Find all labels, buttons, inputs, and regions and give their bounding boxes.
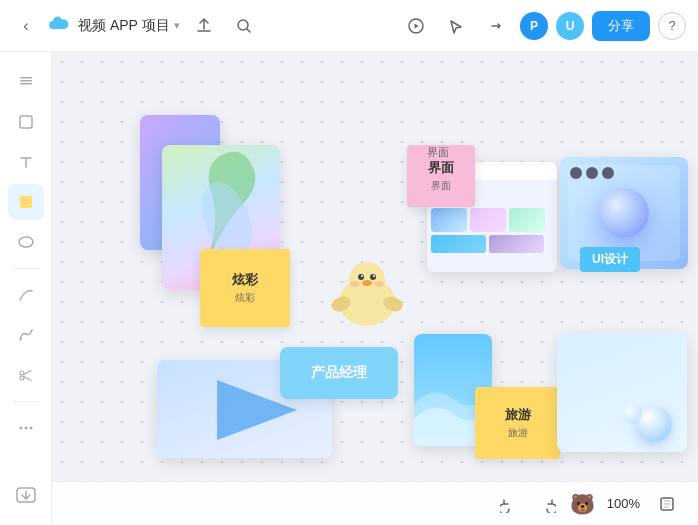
brand-logo: 🐻 (570, 494, 595, 514)
svg-point-20 (361, 275, 363, 277)
svg-rect-2 (20, 80, 32, 82)
sidebar-divider-1 (12, 268, 40, 269)
export-button[interactable] (188, 10, 220, 42)
cursor-button[interactable] (440, 10, 472, 42)
svg-point-10 (20, 376, 24, 380)
sticky-tool-button[interactable] (8, 184, 44, 220)
frame-label-jiemian: 界面 (427, 145, 449, 160)
sticky-note-travel[interactable]: 旅游 旅游 (475, 387, 560, 459)
text-tool-button[interactable] (8, 144, 44, 180)
sidebar-divider-2 (12, 401, 40, 402)
svg-point-11 (19, 427, 22, 430)
cloud-icon (48, 15, 70, 37)
svg-point-21 (373, 275, 375, 277)
sidebar-bottom (8, 477, 44, 513)
sticky-note-jiemian-sublabel: 界面 (431, 179, 451, 193)
svg-rect-3 (20, 83, 32, 85)
ui-design-badge[interactable]: UI设计 (580, 247, 640, 272)
avatar-p[interactable]: P (520, 12, 548, 40)
svg-point-19 (370, 274, 376, 280)
shape-tool-button[interactable] (8, 224, 44, 260)
svg-rect-4 (20, 77, 32, 79)
help-button[interactable]: ? (658, 12, 686, 40)
project-title[interactable]: 视频 APP 项目 ▾ (78, 17, 180, 35)
undo-button[interactable] (494, 489, 524, 519)
import-button[interactable] (8, 477, 44, 513)
svg-point-13 (29, 427, 32, 430)
fit-view-button[interactable] (652, 489, 682, 519)
zoom-level[interactable]: 100% (603, 496, 644, 511)
project-title-text: 视频 APP 项目 (78, 17, 170, 35)
back-button[interactable]: ‹ (12, 12, 40, 40)
svg-point-18 (358, 274, 364, 280)
svg-point-12 (24, 427, 27, 430)
sticky-note-travel-label: 旅游 (505, 406, 531, 424)
svg-rect-6 (20, 196, 32, 208)
draw-tool-button[interactable] (8, 317, 44, 353)
play-button[interactable] (400, 10, 432, 42)
svg-point-23 (350, 281, 360, 287)
sticky-note-pm-label: 产品经理 (311, 364, 367, 382)
avatar-u[interactable]: U (556, 12, 584, 40)
svg-rect-5 (20, 116, 32, 128)
sticky-note-product-manager[interactable]: 产品经理 (280, 347, 398, 399)
mascot-character (327, 252, 407, 332)
top-toolbar: ‹ 视频 APP 项目 ▾ (0, 0, 698, 52)
toolbar-left: ‹ 视频 APP 项目 ▾ (12, 10, 400, 42)
svg-point-22 (362, 280, 372, 286)
sticky-note-jiemian-label: 界面 (428, 159, 454, 177)
more-button[interactable] (480, 10, 512, 42)
back-icon: ‹ (23, 17, 28, 35)
frame-tool-button[interactable] (8, 104, 44, 140)
scissors-tool-button[interactable] (8, 357, 44, 393)
frame-card-bottom-right[interactable] (557, 334, 687, 452)
chevron-down-icon: ▾ (174, 19, 180, 32)
redo-button[interactable] (532, 489, 562, 519)
svg-point-7 (19, 237, 33, 247)
select-tool-button[interactable] (8, 64, 44, 100)
bottom-toolbar: 🐻 100% (52, 481, 698, 525)
share-button[interactable]: 分享 (592, 11, 650, 41)
sticky-note-label: 炫彩 (232, 271, 258, 289)
svg-point-8 (20, 338, 22, 340)
svg-point-24 (374, 281, 384, 287)
svg-point-9 (20, 371, 24, 375)
sticky-note-xuancai[interactable]: 炫彩 炫彩 (200, 249, 290, 327)
canvas-area[interactable]: 炫彩 炫彩 界面 Try Love! My APP 界面 界面 (52, 52, 698, 525)
left-sidebar (0, 52, 52, 525)
sticky-note-sublabel: 炫彩 (235, 291, 255, 305)
toolbar-right: P U 分享 ? (400, 10, 686, 42)
search-button[interactable] (228, 10, 260, 42)
sticky-note-travel-sublabel: 旅游 (508, 426, 528, 440)
more-tools-button[interactable] (8, 410, 44, 446)
pen-tool-button[interactable] (8, 277, 44, 313)
